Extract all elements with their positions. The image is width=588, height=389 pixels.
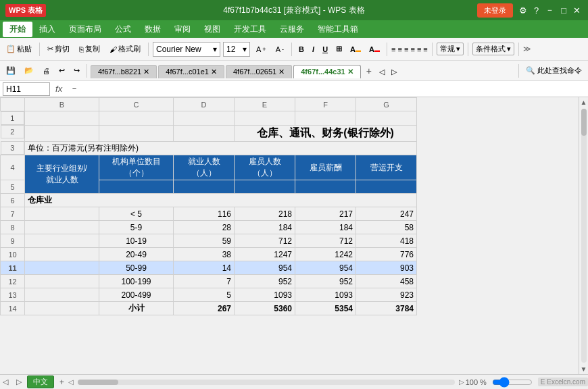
add-sheet-button[interactable]: + — [57, 378, 67, 387]
cell-F7[interactable]: 217 — [295, 207, 356, 221]
font-color-button[interactable]: A▬ — [366, 44, 383, 55]
cell-C13[interactable]: 200-499 — [99, 288, 174, 302]
cell-G1[interactable] — [356, 111, 417, 126]
cell-E10[interactable]: 1247 — [235, 248, 295, 261]
menu-data[interactable]: 数据 — [138, 22, 168, 37]
cell-G11[interactable]: 903 — [356, 261, 417, 275]
menu-page-layout[interactable]: 页面布局 — [62, 22, 108, 37]
scroll-down-arrow[interactable]: ▼ — [579, 364, 588, 374]
cell-C9[interactable]: 10-19 — [99, 234, 174, 248]
menu-view[interactable]: 视图 — [197, 22, 227, 37]
cell-F10[interactable]: 1242 — [295, 248, 356, 261]
cell-C4[interactable]: 机构单位数目（个） — [99, 155, 174, 180]
cell-B1[interactable] — [25, 111, 99, 126]
cut-button[interactable]: ✂ 剪切 — [44, 42, 73, 56]
fill-color-button[interactable]: A▬ — [347, 44, 364, 55]
cell-G9[interactable]: 418 — [356, 234, 417, 248]
cell-C10[interactable]: 20-49 — [99, 248, 174, 261]
cell-D13[interactable]: 5 — [174, 288, 235, 302]
col-header-D[interactable]: D — [174, 98, 235, 111]
cell-C1[interactable] — [99, 111, 174, 126]
cell-F14[interactable]: 5354 — [295, 302, 356, 315]
cell-F11[interactable]: 954 — [295, 261, 356, 275]
minimize-button[interactable]: － — [543, 4, 556, 16]
underline-button[interactable]: U — [320, 44, 330, 55]
cell-F12[interactable]: 952 — [295, 275, 356, 288]
cell-E14[interactable]: 5360 — [235, 302, 295, 315]
cell-C5[interactable] — [99, 180, 174, 194]
open-button[interactable]: 📂 — [21, 64, 37, 77]
search-commands-button[interactable]: 🔍 此处查找命令 — [522, 63, 585, 78]
scroll-up-arrow[interactable]: ▲ — [579, 97, 588, 107]
prev-sheet-button[interactable]: ◁ — [0, 376, 11, 388]
col-header-E[interactable]: E — [235, 98, 295, 111]
horizontal-scrollbar[interactable]: ◁ ▷ — [67, 375, 466, 389]
sheet-tab-chinese[interactable]: 中文 — [27, 375, 54, 388]
cell-G14[interactable]: 3784 — [356, 302, 417, 315]
cell-E2[interactable]: 仓库、通讯、财务(银行除外) — [235, 125, 417, 141]
menu-developer[interactable]: 开发工具 — [227, 22, 273, 37]
vertical-scrollbar[interactable]: ▲ ▼ — [579, 97, 588, 374]
cell-E5[interactable] — [235, 180, 295, 194]
cell-B13[interactable] — [25, 288, 99, 302]
add-tab-button[interactable]: + — [362, 63, 376, 78]
settings-icon[interactable]: ⚙ — [517, 5, 529, 16]
redo-button[interactable]: ↪ — [70, 64, 83, 77]
cell-E9[interactable]: 712 — [235, 234, 295, 248]
cell-B8[interactable] — [25, 221, 99, 234]
cell-E4[interactable]: 雇员人数（人） — [235, 155, 295, 180]
scroll-vertical-thumb[interactable] — [581, 109, 587, 136]
cell-D12[interactable]: 7 — [174, 275, 235, 288]
cell-E11[interactable]: 954 — [235, 261, 295, 275]
menu-formula[interactable]: 公式 — [108, 22, 138, 37]
menu-insert[interactable]: 插入 — [32, 22, 62, 37]
cell-B3[interactable]: 单位：百万港元(另有注明除外) — [25, 141, 417, 155]
menu-review[interactable]: 审阅 — [168, 22, 197, 37]
question-icon[interactable]: ? — [532, 5, 541, 16]
cell-D4[interactable]: 就业人数（人） — [174, 155, 235, 180]
cell-F8[interactable]: 184 — [295, 221, 356, 234]
cell-D10[interactable]: 38 — [174, 248, 235, 261]
cell-G5[interactable] — [356, 180, 417, 194]
tab-file4[interactable]: 4f67f...44c31 ✕ — [293, 65, 361, 78]
cell-B12[interactable] — [25, 275, 99, 288]
cell-B4[interactable]: 主要行业组别/就业人数 — [25, 155, 99, 194]
next-sheet-button[interactable]: ▷ — [14, 376, 24, 388]
copy-button[interactable]: ⎘ 复制 — [76, 42, 103, 56]
cell-F9[interactable]: 712 — [295, 234, 356, 248]
prev-tab-button[interactable]: ◁ — [376, 66, 388, 78]
cell-B7[interactable] — [25, 207, 99, 221]
cell-D11[interactable]: 14 — [174, 261, 235, 275]
next-tab-button[interactable]: ▷ — [388, 66, 400, 78]
font-selector[interactable]: Courier New ▾ — [153, 42, 220, 57]
cell-G8[interactable]: 58 — [356, 221, 417, 234]
menu-cloud[interactable]: 云服务 — [273, 22, 311, 37]
format-painter-button[interactable]: 🖌 格式刷 — [106, 42, 144, 56]
cell-D8[interactable]: 28 — [174, 221, 235, 234]
close-button[interactable]: ✕ — [571, 5, 583, 16]
col-header-G[interactable]: G — [356, 98, 417, 111]
cell-D7[interactable]: 116 — [174, 207, 235, 221]
scroll-vertical-track[interactable] — [581, 109, 587, 363]
cell-C14[interactable]: 小计 — [99, 302, 174, 315]
scroll-left-arrow[interactable]: ◁ — [67, 377, 75, 387]
col-header-B[interactable]: B — [25, 98, 99, 111]
scroll-horizontal-track[interactable] — [78, 380, 455, 385]
border-button[interactable]: ⊞ — [333, 43, 345, 55]
cell-C12[interactable]: 100-199 — [99, 275, 174, 288]
cell-G7[interactable]: 247 — [356, 207, 417, 221]
tab-file1[interactable]: 4f67f...b8221 ✕ — [91, 65, 157, 78]
cell-F5[interactable] — [295, 180, 356, 194]
menu-home[interactable]: 开始 — [3, 22, 32, 37]
cell-C11[interactable]: 50-99 — [99, 261, 174, 275]
cell-G10[interactable]: 776 — [356, 248, 417, 261]
cell-B2[interactable] — [25, 125, 99, 141]
cell-B6[interactable]: 仓库业 — [25, 194, 417, 207]
bold-button[interactable]: B — [296, 44, 307, 55]
cell-D9[interactable]: 59 — [174, 234, 235, 248]
cell-E13[interactable]: 1093 — [235, 288, 295, 302]
cell-G12[interactable]: 458 — [356, 275, 417, 288]
print-button[interactable]: 🖨 — [39, 65, 53, 77]
cell-reference[interactable]: H11 — [3, 82, 50, 96]
col-header-F[interactable]: F — [295, 98, 356, 111]
